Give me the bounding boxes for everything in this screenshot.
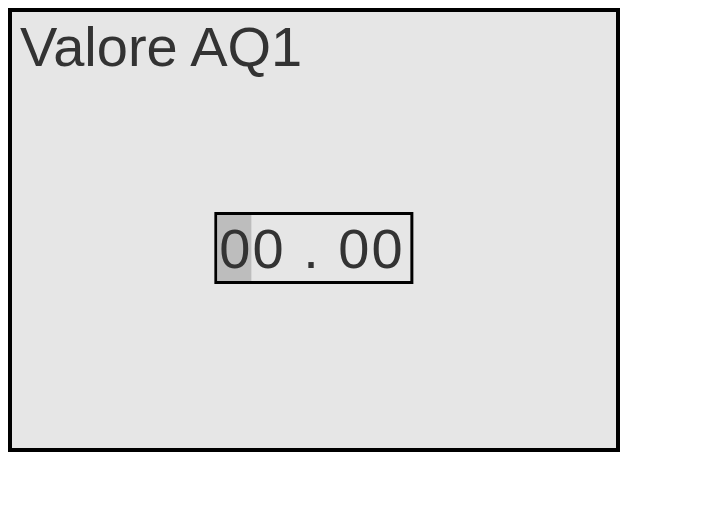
panel-title: Valore AQ1 [20,14,302,79]
value-panel: Valore AQ1 00 . 00 [8,8,620,452]
value-display: 00 . 00 [217,216,410,281]
value-input[interactable]: 00 . 00 [214,212,413,284]
